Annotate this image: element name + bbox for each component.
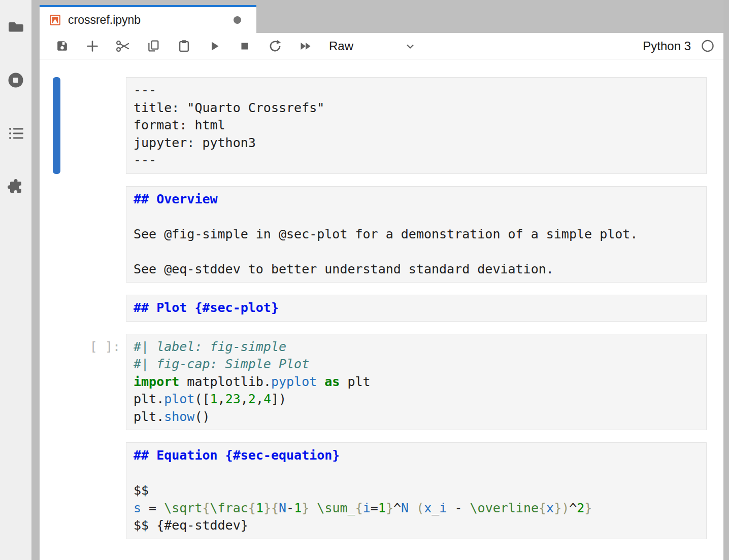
token: show (164, 409, 194, 424)
sidebar-item-file-browser[interactable] (0, 19, 31, 35)
insert-cell-button[interactable] (77, 36, 108, 56)
token: ## Plot {#sec-plot} (134, 300, 279, 315)
source-line: jupyter: python3 (134, 134, 699, 152)
notebook-icon (49, 14, 61, 26)
token: plt. (134, 392, 164, 406)
source-line: ## Equation {#sec-equation} (134, 447, 699, 465)
kernel-status-icon[interactable] (701, 40, 714, 53)
notebook-cells: ---title: "Quarto Crossrefs"format: html… (40, 77, 723, 539)
source-line: plt.plot([1,23,2,4]) (134, 391, 699, 408)
kernel-name[interactable]: Python 3 (643, 39, 691, 53)
notebook-toolbar: Raw Python 3 (40, 33, 723, 59)
token: 4 (263, 392, 271, 406)
token: - (286, 501, 294, 515)
cell-editor-raw[interactable]: ---title: "Quarto Crossrefs"format: html… (126, 77, 707, 174)
cell-execution-prompt (60, 77, 126, 174)
kernel-area: Python 3 (643, 39, 718, 53)
folder-icon (7, 19, 24, 35)
token: as (324, 374, 340, 389)
notebook-cell-markdown: ## Equation {#sec-equation} $$s = \sqrt{… (53, 442, 707, 539)
run-icon (208, 40, 221, 53)
notebook-panel: ---title: "Quarto Crossrefs"format: html… (40, 59, 723, 560)
token: plot (164, 392, 194, 406)
cell-collapser[interactable] (53, 77, 60, 174)
token: See @fig-simple in @sec-plot for a demon… (134, 227, 638, 241)
cell-collapser[interactable] (53, 334, 60, 431)
cell-type-value: Raw (329, 39, 353, 53)
cell-type-select[interactable]: Raw (326, 36, 419, 56)
cell-collapser[interactable] (53, 186, 60, 283)
source-line: ## Plot {#sec-plot} (134, 299, 699, 317)
source-line: See @eq-stddev to better understand stan… (134, 261, 699, 278)
token: N (279, 501, 286, 515)
source-line: format: html (134, 117, 699, 134)
token: i (439, 501, 447, 515)
sidebar-item-table-of-contents[interactable] (0, 125, 31, 142)
token: - (447, 501, 470, 515)
source-line: See @fig-simple in @sec-plot for a demon… (134, 226, 699, 243)
cell-execution-prompt (60, 442, 126, 539)
puzzle-icon (7, 178, 25, 196)
token: 1 (294, 501, 302, 515)
source-line: --- (134, 82, 699, 99)
main-dock-panel: crossref.ipynb (40, 0, 723, 560)
tab-crossref-ipynb[interactable]: crossref.ipynb (40, 5, 256, 33)
token: ## Overview (134, 192, 218, 206)
save-icon (55, 39, 69, 53)
token: = (371, 501, 378, 515)
token: ^ (569, 501, 577, 515)
paste-cells-button[interactable] (169, 36, 199, 56)
token: 23 (225, 392, 241, 406)
token: ( (416, 501, 424, 515)
token: , (218, 392, 225, 406)
plus-icon (86, 40, 99, 53)
run-cell-button[interactable] (199, 36, 229, 56)
paste-icon (177, 39, 191, 53)
cell-collapser[interactable] (53, 295, 60, 322)
cell-editor-code[interactable]: #| label: fig-simple#| fig-cap: Simple P… (126, 334, 707, 431)
sidebar-item-running-kernels[interactable] (0, 72, 31, 88)
token: --- (134, 153, 156, 167)
source-line: $$ (134, 482, 699, 500)
source-line: #| fig-cap: Simple Plot (134, 356, 699, 373)
token: \frac (210, 501, 248, 515)
restart-icon (268, 39, 282, 53)
token: _ (432, 501, 439, 515)
token: s (134, 501, 141, 515)
token: matplotlib. (179, 374, 271, 389)
token: ## Equation {#sec-equation} (134, 448, 340, 463)
restart-kernel-button[interactable] (260, 36, 290, 56)
token: ^ (393, 501, 401, 515)
source-line: --- (134, 152, 699, 169)
restart-run-all-button[interactable] (290, 36, 321, 56)
sidebar-divider (31, 0, 40, 560)
token: $$ (134, 483, 149, 498)
token: 1 (210, 392, 218, 406)
cell-execution-prompt: [ ]: (60, 334, 126, 431)
cell-execution-prompt (60, 186, 126, 283)
notebook-cell-markdown: ## Overview See @fig-simple in @sec-plot… (53, 186, 707, 283)
chevron-down-icon (404, 40, 416, 52)
token: x (424, 501, 432, 515)
copy-cells-button[interactable] (138, 36, 169, 56)
cut-cells-button[interactable] (108, 36, 138, 56)
token: , (241, 392, 248, 406)
cell-editor-markdown[interactable]: ## Overview See @fig-simple in @sec-plot… (126, 186, 707, 283)
cell-editor-markdown[interactable]: ## Equation {#sec-equation} $$s = \sqrt{… (126, 442, 707, 539)
token: 2 (577, 501, 584, 515)
token: { (202, 501, 210, 515)
token: i (363, 501, 371, 515)
token: pyplot (271, 374, 317, 389)
sidebar-item-extensions[interactable] (0, 179, 31, 195)
token (317, 374, 324, 389)
token: format: html (134, 118, 225, 132)
cell-collapser[interactable] (53, 442, 60, 539)
token: plt (340, 374, 370, 389)
token: }{ (263, 501, 279, 515)
cell-editor-markdown[interactable]: ## Plot {#sec-plot} (126, 295, 707, 322)
unsaved-changes-dot[interactable] (234, 16, 241, 24)
source-line: $$ {#eq-stddev} (134, 517, 699, 535)
save-button[interactable] (47, 36, 77, 56)
interrupt-kernel-button[interactable] (229, 36, 260, 56)
token: ]) (271, 392, 286, 406)
